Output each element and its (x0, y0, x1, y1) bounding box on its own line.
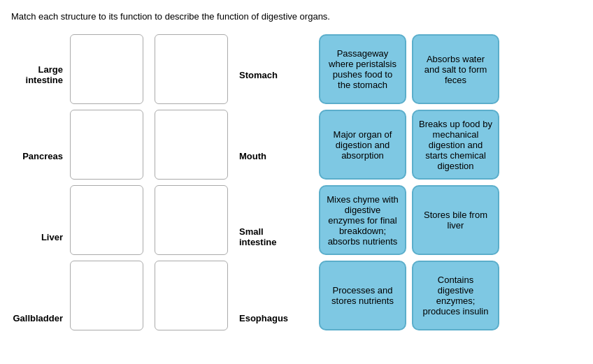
label-row-mouth: Mouth (235, 115, 298, 196)
drop-box-gallbladder[interactable] (70, 261, 143, 330)
label-large-intestine: Large intestine (11, 64, 63, 85)
drop-column-right (155, 34, 228, 358)
answer-card-1[interactable]: Passageway where peristalsis pushes food… (319, 34, 406, 104)
answer-card-3[interactable]: Major organ of digestion and absorption (319, 110, 406, 180)
answer-card-7[interactable]: Processes and stores nutrients (319, 261, 406, 330)
label-row-gallbladder: Gallbladder (11, 279, 67, 356)
drop-column-left (70, 34, 143, 358)
drop-box-mouth[interactable] (155, 110, 228, 180)
answer-card-8[interactable]: Contains digestive enzymes; produces ins… (412, 261, 499, 330)
answer-card-4[interactable]: Breaks up food by mechanical digestion a… (412, 110, 499, 180)
cards-row-3: Processes and stores nutrients Contains … (319, 261, 499, 330)
label-liver: Liver (41, 232, 63, 242)
drop-box-large-intestine[interactable] (70, 34, 143, 104)
label-row-pancreas: Pancreas (11, 117, 67, 194)
label-esophagus: Esophagus (239, 313, 288, 323)
label-small-intestine: Small intestine (239, 226, 298, 247)
answer-card-6[interactable]: Stores bile from liver (412, 185, 499, 255)
answer-card-5[interactable]: Mixes chyme with digestive enzymes for f… (319, 185, 406, 255)
cards-row-0: Passageway where peristalsis pushes food… (319, 34, 499, 104)
drop-box-small-intestine[interactable] (155, 185, 228, 255)
label-gallbladder: Gallbladder (13, 313, 63, 323)
label-mouth: Mouth (239, 151, 266, 161)
drop-box-esophagus[interactable] (155, 261, 228, 330)
cards-row-2: Mixes chyme with digestive enzymes for f… (319, 185, 499, 255)
label-stomach: Stomach (239, 70, 278, 80)
label-row-small-intestine: Small intestine (235, 196, 298, 277)
cards-row-1: Major organ of digestion and absorption … (319, 110, 499, 180)
drop-box-liver[interactable] (70, 185, 143, 255)
matching-area: Large intestine Pancreas Liver Gallbladd… (11, 34, 298, 358)
label-row-liver: Liver (11, 198, 67, 275)
right-labels-column: Stomach Mouth Small intestine Esophagus (231, 34, 298, 358)
main-layout: Large intestine Pancreas Liver Gallbladd… (11, 34, 582, 358)
label-row-large-intestine: Large intestine (11, 36, 67, 113)
answer-cards-area: Passageway where peristalsis pushes food… (319, 34, 499, 330)
instruction-text: Match each structure to its function to … (11, 11, 582, 22)
answer-card-2[interactable]: Absorbs water and salt to form feces (412, 34, 499, 104)
label-pancreas: Pancreas (22, 151, 63, 161)
drop-box-pancreas[interactable] (70, 110, 143, 180)
label-row-esophagus: Esophagus (235, 277, 298, 358)
label-row-stomach: Stomach (235, 34, 298, 115)
left-labels-column: Large intestine Pancreas Liver Gallbladd… (11, 34, 67, 358)
drop-box-stomach[interactable] (155, 34, 228, 104)
